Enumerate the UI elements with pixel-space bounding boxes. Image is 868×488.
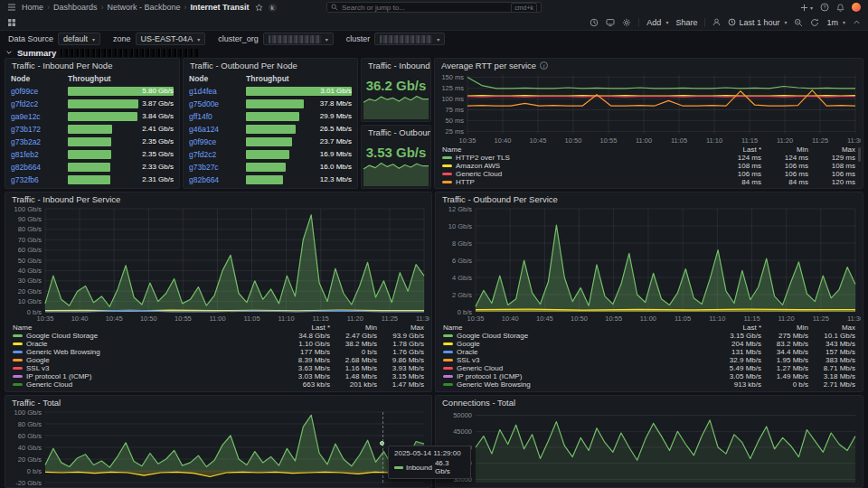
chart-canvas[interactable]: 5000045000400003500030000 — [438, 409, 861, 486]
column-header-node[interactable]: Node — [11, 74, 68, 83]
analytics-icon[interactable] — [590, 18, 599, 27]
legend-header-max[interactable]: Max — [808, 145, 855, 154]
refresh-icon[interactable] — [810, 18, 819, 27]
variable-value-dropdown[interactable]: US-EAST-04A — [136, 33, 206, 45]
series-name[interactable]: Generic Cloud — [456, 170, 502, 178]
breadcrumb-current-dashboard[interactable]: Internet Transit — [191, 3, 250, 12]
menu-icon[interactable] — [7, 3, 16, 12]
node-link[interactable]: g732fb6 — [11, 175, 68, 184]
panel-title[interactable]: Traffic - Inbound Per Service — [5, 192, 431, 206]
legend-header-min[interactable]: Min — [330, 324, 377, 332]
chart-canvas[interactable]: 12 Gb/s10 Gb/s8 Gb/s6 Gb/s4 Gb/s2 Gb/s0 … — [438, 206, 861, 323]
search-input[interactable] — [342, 4, 507, 12]
panel-title[interactable]: Traffic - Inbound Total — [362, 59, 430, 72]
legend-header-min[interactable]: Min — [761, 145, 808, 154]
series-name[interactable]: Google Cloud Storage — [26, 332, 98, 340]
legend-header-max[interactable]: Max — [808, 324, 855, 332]
legend-header-name[interactable]: Name — [443, 324, 714, 332]
time-range-picker[interactable]: Last 1 hour — [728, 18, 787, 27]
node-link[interactable]: g73b2a2 — [11, 137, 68, 146]
new-plus-icon[interactable] — [800, 4, 813, 12]
refresh-interval-picker[interactable]: 1m — [826, 18, 845, 27]
series-name[interactable]: Generic Web Browsing — [457, 380, 531, 389]
apps-grid-icon[interactable] — [7, 18, 16, 27]
legend-header-last[interactable]: Last * — [283, 324, 330, 332]
legend-header-name[interactable]: Name — [442, 145, 714, 154]
node-link[interactable]: g46a124 — [189, 125, 246, 134]
svg-text:10:55: 10:55 — [175, 314, 192, 323]
node-link[interactable]: g73b27c — [189, 163, 246, 172]
node-link[interactable]: g73b172 — [11, 125, 68, 134]
legend-header-min[interactable]: Min — [761, 324, 808, 332]
series-name[interactable]: Google — [457, 340, 480, 348]
variable-value-dropdown[interactable] — [374, 33, 445, 45]
chart-canvas[interactable]: 100 Gb/s80 Gb/s60 Gb/s40 Gb/s20 Gb/s0 b/… — [7, 409, 429, 486]
series-name[interactable]: Google Cloud Storage — [457, 332, 528, 340]
series-name[interactable]: SSL v3 — [457, 356, 480, 364]
node-link[interactable]: g0f99ce — [189, 137, 246, 146]
column-header-node[interactable]: Node — [189, 74, 246, 83]
panel-title[interactable]: Traffic - Inbound Per Node — [5, 59, 179, 72]
node-link[interactable]: ga9e12c — [11, 112, 68, 121]
throughput-cell: 23.7 Mb/s — [246, 137, 352, 146]
variable-value-dropdown[interactable]: default — [58, 33, 100, 45]
legend-header-last[interactable]: Last * — [714, 145, 761, 154]
series-name[interactable]: Oracle — [457, 348, 478, 356]
search-icon — [331, 4, 338, 11]
chart-canvas[interactable]: 100 Gb/s90 Gb/s80 Gb/s70 Gb/s60 Gb/s50 G… — [7, 206, 429, 323]
tv-kiosk-icon[interactable] — [606, 18, 615, 27]
series-name[interactable]: Generic Cloud — [457, 364, 503, 372]
user-avatar[interactable] — [852, 3, 861, 12]
zoom-out-icon[interactable] — [794, 18, 803, 27]
panel-title[interactable]: Traffic - Outbound Per Service — [436, 192, 863, 206]
series-name[interactable]: Generic Cloud — [26, 380, 72, 389]
node-link[interactable]: g0f99ce — [11, 87, 68, 96]
collapse-toolbar-chevron-up-icon[interactable] — [853, 18, 861, 26]
panel-title[interactable]: Traffic - Total — [5, 396, 431, 409]
node-link[interactable]: g82b664 — [189, 175, 246, 184]
series-name[interactable]: HTTP — [456, 178, 475, 186]
series-name[interactable]: Generic Web Browsing — [26, 348, 100, 356]
series-name[interactable]: IP protocol 1 (ICMP) — [457, 372, 522, 380]
add-button[interactable]: Add — [646, 18, 668, 27]
panel-title[interactable]: Average RTT per service i — [435, 59, 863, 72]
panel-title[interactable]: Traffic - Outbound Total — [362, 126, 430, 139]
series-name[interactable]: Oracle — [26, 340, 48, 348]
breadcrumb-home[interactable]: Home — [22, 3, 43, 12]
node-link[interactable]: g1d4fea — [189, 87, 246, 96]
node-link[interactable]: g82b664 — [11, 163, 68, 172]
help-icon[interactable]: ? — [820, 3, 829, 12]
series-name[interactable]: HTTP2 over TLS — [456, 154, 510, 162]
node-link[interactable]: g75d00e — [189, 99, 246, 108]
series-name[interactable]: Amazon AWS — [456, 162, 500, 170]
breadcrumb-dashboards[interactable]: Dashboards — [53, 3, 98, 12]
info-icon[interactable]: i — [540, 61, 548, 70]
node-link[interactable]: g7fd2c2 — [11, 99, 68, 108]
node-link[interactable]: g7fd2c2 — [189, 150, 246, 159]
notifications-bell-icon[interactable] — [836, 4, 844, 12]
variable-value-dropdown[interactable] — [263, 33, 334, 45]
user-icon[interactable] — [712, 18, 721, 26]
legend-header-max[interactable]: Max — [377, 324, 424, 332]
node-link[interactable]: g81feb2 — [11, 150, 68, 159]
series-name[interactable]: Google — [26, 356, 50, 364]
favorite-star-icon[interactable] — [255, 4, 263, 12]
legend-header-name[interactable]: Name — [13, 324, 283, 332]
row-header-summary[interactable]: Summary — [5, 47, 863, 58]
chart-canvas[interactable] — [363, 160, 429, 187]
breadcrumb-folder[interactable]: Network - Backbone — [108, 3, 181, 12]
legend-header-last[interactable]: Last * — [714, 324, 761, 332]
chart-canvas[interactable]: 150 ms125 ms100 ms75 ms50 ms25 ms10:3510… — [437, 72, 861, 145]
series-name[interactable]: IP protocol 1 (ICMP) — [26, 372, 91, 380]
series-name[interactable]: SSL v3 — [26, 364, 50, 372]
share-button[interactable]: Share — [675, 18, 697, 27]
chart-canvas[interactable] — [363, 93, 429, 120]
column-header-throughput[interactable]: Throughput — [68, 74, 174, 83]
panel-title[interactable]: Connections - Total — [436, 396, 863, 409]
search-bar[interactable]: cmd+k — [326, 2, 542, 13]
settings-gear-icon[interactable] — [622, 18, 631, 27]
legend-scrollbar[interactable] — [858, 147, 861, 162]
column-header-throughput[interactable]: Throughput — [246, 74, 352, 83]
panel-title[interactable]: Traffic - Outbound Per Node — [184, 59, 357, 72]
node-link[interactable]: gff14f0 — [189, 112, 246, 121]
